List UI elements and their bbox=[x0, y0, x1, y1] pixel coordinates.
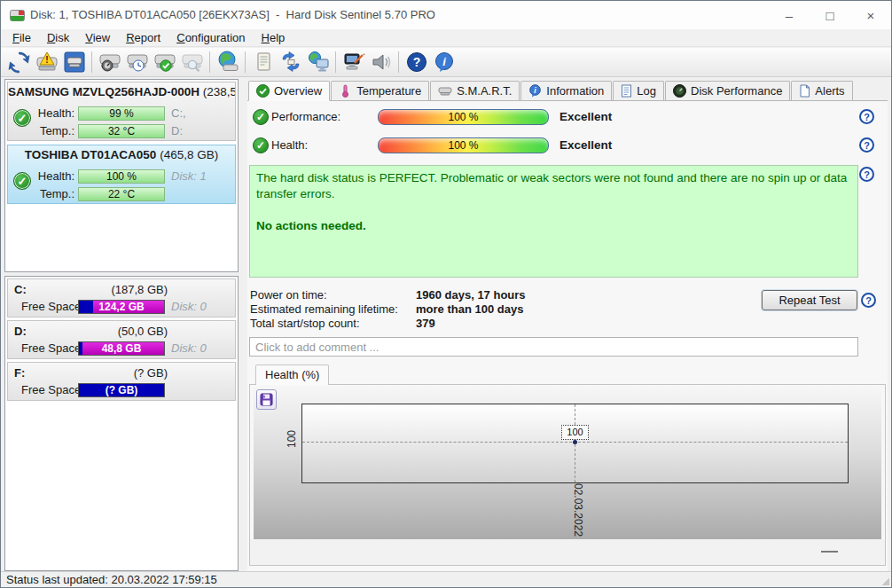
tab-alerts[interactable]: Alerts bbox=[791, 81, 852, 100]
sound-icon[interactable] bbox=[367, 50, 395, 75]
status-action-text: No actions needed. bbox=[256, 218, 851, 234]
svg-text:?: ? bbox=[412, 55, 420, 69]
app-logo-icon[interactable] bbox=[10, 8, 25, 23]
close-button[interactable]: × bbox=[850, 1, 891, 29]
menu-view[interactable]: View bbox=[77, 29, 118, 46]
chart-data-point bbox=[573, 440, 577, 444]
start-stop-count-label: Total start/stop count: bbox=[250, 317, 360, 330]
tab-temperature[interactable]: Temperature bbox=[331, 81, 429, 100]
smart-disk-icon bbox=[438, 84, 452, 98]
title-bar: Disk: 1, TOSHIBA DT01ACA050 [26EKX73AS] … bbox=[1, 1, 891, 29]
ok-icon: ✓ bbox=[253, 109, 269, 125]
window-title: Disk: 1, TOSHIBA DT01ACA050 [26EKX73AS] … bbox=[30, 1, 435, 29]
maximize-button[interactable]: □ bbox=[810, 1, 850, 29]
desktop-edit-icon[interactable] bbox=[340, 50, 367, 75]
svg-text:!: ! bbox=[45, 55, 48, 65]
comment-input[interactable] bbox=[249, 337, 858, 357]
tab-label: Temperature bbox=[356, 84, 421, 98]
disk-size: (238,5 GB) bbox=[203, 85, 235, 98]
repeat-test-button[interactable]: Repeat Test bbox=[762, 290, 857, 310]
sync-arrows-icon[interactable] bbox=[277, 50, 304, 75]
disk-clock-icon[interactable] bbox=[123, 50, 151, 75]
info-icon: i bbox=[528, 84, 542, 98]
health-label: Health: bbox=[271, 138, 308, 152]
disk-item-toshiba-selected[interactable]: TOSHIBA DT01ACA050 (465,8 GB) ✓ Health: … bbox=[7, 145, 236, 204]
menu-report[interactable]: Report bbox=[118, 29, 168, 46]
remote-computer-icon[interactable] bbox=[304, 50, 332, 75]
floppy-save-icon bbox=[260, 393, 273, 406]
chart-x-tick: 02.03.2022 bbox=[572, 483, 584, 547]
toolbar-separator bbox=[398, 51, 399, 73]
chart-range-handle[interactable] bbox=[821, 551, 838, 553]
tab-overview[interactable]: Overview bbox=[248, 81, 330, 101]
health-label: Health: bbox=[24, 169, 74, 183]
chart-point-label: 100 bbox=[561, 425, 589, 440]
partition-item-d[interactable]: D: (50,0 GB) Free Space 48,8 GB Disk: 0 bbox=[7, 320, 236, 359]
partition-item-f[interactable]: F: (? GB) Free Space (? GB) bbox=[7, 362, 236, 401]
partition-size: (50,0 GB) bbox=[118, 325, 168, 338]
temp-bar: 22 °C bbox=[78, 187, 165, 201]
temp-bar: 32 °C bbox=[78, 124, 165, 138]
free-space-value: (? GB) bbox=[79, 384, 164, 396]
partition-list-panel: C: (187,8 GB) Free Space 124,2 GB Disk: … bbox=[4, 276, 239, 571]
disk-panel-icon[interactable] bbox=[60, 50, 88, 75]
menu-configuration[interactable]: Configuration bbox=[168, 29, 253, 46]
overview-check-icon bbox=[256, 84, 270, 98]
temp-label: Temp.: bbox=[24, 124, 74, 137]
disk-alert-icon[interactable]: ! bbox=[33, 50, 60, 75]
help-icon[interactable]: ? bbox=[859, 167, 874, 182]
tab-label: Alerts bbox=[815, 84, 844, 98]
disk-gauge-icon[interactable] bbox=[96, 50, 123, 75]
disk-accept-icon[interactable] bbox=[151, 50, 178, 75]
help-icon[interactable]: ? bbox=[859, 137, 874, 153]
disk-title: TOSHIBA DT01ACA050 (465,8 GB) bbox=[8, 148, 235, 161]
toolbar-separator bbox=[245, 51, 246, 73]
overview-panel: ✓ Performance: 100 % Excellent ? ✓ Healt… bbox=[247, 101, 888, 571]
health-chart-tab[interactable]: Health (%) bbox=[255, 365, 329, 385]
drive-letter-top: C:, bbox=[171, 106, 186, 120]
disk-name: TOSHIBA DT01ACA050 bbox=[25, 148, 157, 161]
health-bar: 100 % bbox=[78, 169, 165, 184]
partition-letter: F: bbox=[14, 366, 25, 380]
menu-file[interactable]: File bbox=[4, 29, 39, 46]
free-space-bar: 124,2 GB bbox=[78, 300, 165, 314]
information-icon[interactable]: i bbox=[430, 50, 458, 75]
help-icon[interactable]: ? bbox=[403, 50, 430, 75]
chart-footer-strip bbox=[250, 539, 885, 565]
help-icon[interactable]: ? bbox=[859, 109, 874, 124]
partition-item-c[interactable]: C: (187,8 GB) Free Space 124,2 GB Disk: … bbox=[7, 278, 236, 318]
free-space-label: Free Space bbox=[21, 300, 81, 313]
save-chart-button[interactable] bbox=[256, 389, 277, 410]
partition-disk-number: Disk: 0 bbox=[171, 300, 207, 313]
disk-item-samsung[interactable]: SAMSUNG MZVLQ256HAJD-000H (238,5 GB) ✓ H… bbox=[7, 82, 236, 141]
partition-letter: C: bbox=[14, 283, 27, 296]
toolbar-separator bbox=[209, 51, 210, 73]
refresh-icon[interactable] bbox=[5, 50, 33, 75]
temp-label: Temp.: bbox=[24, 187, 74, 200]
minimize-button[interactable]: – bbox=[769, 1, 810, 29]
health-rating: Excellent bbox=[559, 138, 612, 152]
toolbar: ! bbox=[1, 48, 891, 77]
help-icon[interactable]: ? bbox=[861, 293, 876, 308]
report-document-icon[interactable] bbox=[249, 50, 277, 75]
free-space-bar: (? GB) bbox=[78, 383, 165, 397]
tab-log[interactable]: Log bbox=[613, 81, 664, 100]
partition-size: (? GB) bbox=[134, 366, 168, 380]
menu-disk[interactable]: Disk bbox=[39, 29, 77, 46]
globe-disk-icon[interactable] bbox=[214, 50, 241, 75]
tab-label: S.M.A.R.T. bbox=[457, 84, 512, 98]
tab-information[interactable]: i Information bbox=[520, 81, 612, 100]
chart-plot-area: 100 bbox=[301, 404, 849, 483]
menu-help[interactable]: Help bbox=[254, 29, 293, 46]
disk-search-icon[interactable] bbox=[178, 50, 206, 75]
menu-bar: File Disk View Report Configuration Help bbox=[1, 29, 891, 47]
hard-disk-sentinel-window: Disk: 1, TOSHIBA DT01ACA050 [26EKX73AS] … bbox=[0, 0, 892, 588]
tab-disk-performance[interactable]: Disk Performance bbox=[665, 81, 790, 100]
performance-label: Performance: bbox=[271, 110, 340, 123]
svg-text:i: i bbox=[442, 55, 446, 68]
resize-grip[interactable] bbox=[882, 578, 889, 585]
free-space-label: Free Space bbox=[21, 383, 81, 396]
tab-label: Information bbox=[546, 84, 604, 98]
free-space-value: 48,8 GB bbox=[79, 342, 164, 355]
tab-smart[interactable]: S.M.A.R.T. bbox=[430, 81, 520, 100]
